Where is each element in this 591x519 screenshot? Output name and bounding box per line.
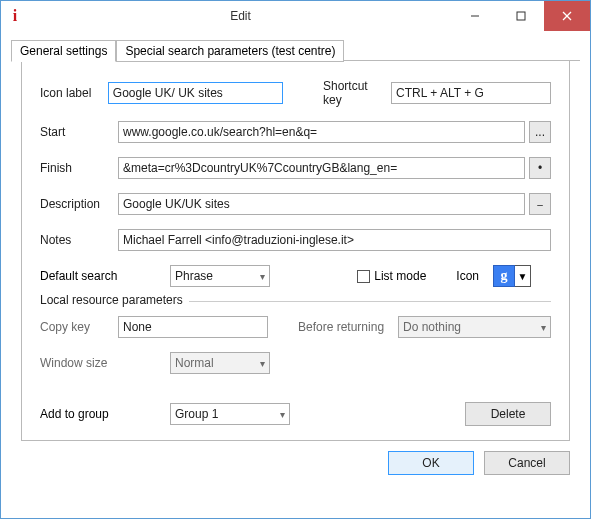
tab-special-search[interactable]: Special search parameters (test centre) [116,40,344,62]
title-bar: i Edit [1,1,590,31]
label-list-mode: List mode [374,269,426,283]
svg-rect-1 [517,12,525,20]
chevron-down-icon: ▼ [518,271,528,282]
description-action-button[interactable]: – [529,193,551,215]
label-icon-label: Icon label [40,86,108,100]
maximize-button[interactable] [498,1,544,31]
label-finish: Finish [40,161,118,175]
add-to-group-value: Group 1 [175,407,218,421]
finish-action-button[interactable]: • [529,157,551,179]
label-start: Start [40,125,118,139]
label-default-search: Default search [40,269,170,283]
local-resource-group: Local resource parameters Copy key Befor… [40,301,551,384]
icon-label-field[interactable] [108,82,283,104]
label-add-to-group: Add to group [40,407,170,421]
notes-field[interactable] [118,229,551,251]
chevron-down-icon: ▾ [260,358,265,369]
icon-preview: g [493,265,515,287]
shortcut-key-field[interactable] [391,82,551,104]
label-window-size: Window size [40,356,170,370]
label-before-returning: Before returning [298,320,398,334]
group-title-local: Local resource parameters [40,293,189,307]
before-returning-value: Do nothing [403,320,461,334]
label-description: Description [40,197,118,211]
label-icon: Icon [456,269,479,283]
app-icon: i [1,7,29,25]
cancel-button[interactable]: Cancel [484,451,570,475]
label-notes: Notes [40,233,118,247]
default-search-value: Phrase [175,269,213,283]
tab-panel-general: Icon label Shortcut key Start ... Finish… [21,61,570,441]
label-shortcut-key: Shortcut key [323,79,381,107]
window-size-select: Normal ▾ [170,352,270,374]
before-returning-select: Do nothing ▾ [398,316,551,338]
description-field[interactable] [118,193,525,215]
close-button[interactable] [544,1,590,31]
chevron-down-icon: ▾ [280,409,285,420]
finish-field[interactable] [118,157,525,179]
chevron-down-icon: ▾ [541,322,546,333]
list-mode-checkbox[interactable] [357,270,370,283]
minimize-button[interactable] [452,1,498,31]
start-browse-button[interactable]: ... [529,121,551,143]
tab-general-settings[interactable]: General settings [11,40,116,62]
dialog-footer: OK Cancel [1,451,590,493]
label-copy-key: Copy key [40,320,118,334]
tab-strip: General settings Special search paramete… [11,39,580,61]
window-size-value: Normal [175,356,214,370]
copy-key-field [118,316,268,338]
add-to-group-select[interactable]: Group 1 ▾ [170,403,290,425]
start-field[interactable] [118,121,525,143]
chevron-down-icon: ▾ [260,271,265,282]
ok-button[interactable]: OK [388,451,474,475]
default-search-select[interactable]: Phrase ▾ [170,265,270,287]
window-title: Edit [29,9,452,23]
delete-button[interactable]: Delete [465,402,551,426]
icon-dropdown-button[interactable]: ▼ [515,265,531,287]
